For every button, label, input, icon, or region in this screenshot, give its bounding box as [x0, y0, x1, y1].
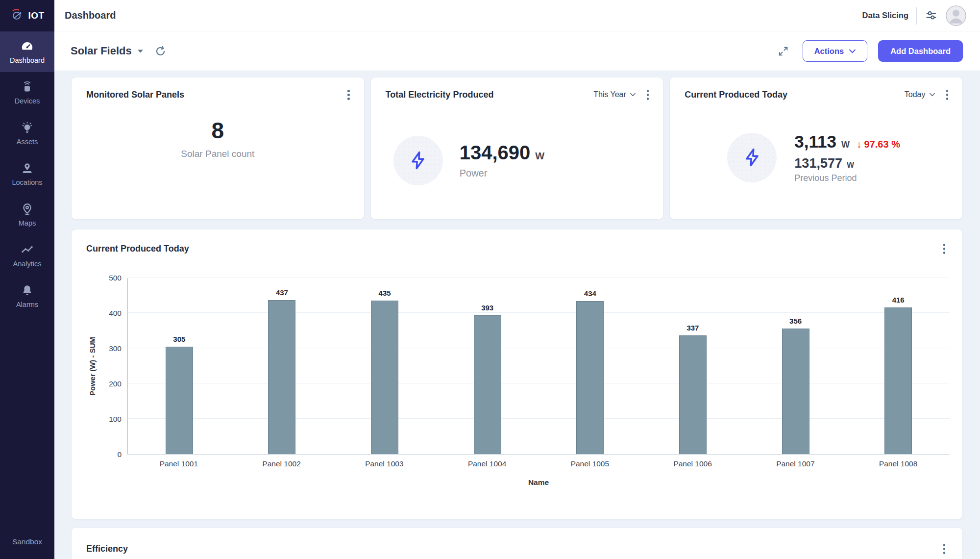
location-pin-icon: [21, 162, 34, 175]
bar-column: 437: [231, 278, 334, 454]
sidebar-item-analytics[interactable]: Analytics: [0, 235, 54, 276]
total-power-unit: W: [535, 151, 544, 162]
bar-column: 305: [128, 278, 231, 454]
card-title: Monitored Solar Panels: [86, 90, 184, 100]
bolt-icon: [727, 133, 777, 182]
sidebar-item-assets[interactable]: Assets: [0, 113, 54, 153]
bar-panel-1005[interactable]: [576, 301, 604, 454]
previous-power-value: 131,577: [794, 156, 842, 171]
sidebar-item-devices[interactable]: Devices: [0, 72, 54, 113]
card-bar-chart: Current Produced Today Power (W) - SUM 0…: [71, 229, 963, 520]
toolbar-right: Actions Add Dashboard: [777, 40, 963, 62]
x-tick-label: Panel 1006: [641, 459, 744, 468]
sidebar-item-alarms[interactable]: Alarms: [0, 276, 54, 316]
x-tick-label: Panel 1003: [333, 459, 436, 468]
bar-column: 356: [744, 278, 847, 454]
card-title: Efficiency: [86, 544, 128, 554]
bar-value-label: 416: [892, 296, 905, 304]
sidebar-nav: DashboardDevicesAssetsLocationsMapsAnaly…: [0, 31, 54, 316]
bar-column: 393: [436, 278, 539, 454]
kebab-menu-icon[interactable]: [941, 242, 948, 255]
total-power-label: Power: [460, 168, 544, 179]
sidebar-item-label: Dashboard: [10, 56, 45, 64]
map-pin-icon: [21, 203, 34, 216]
y-axis-title: Power (W) - SUM: [83, 278, 101, 455]
kebab-menu-icon[interactable]: [941, 542, 948, 556]
total-power-block: 134,690 W Power: [371, 136, 663, 185]
sidebar-spacer: [0, 316, 54, 537]
y-tick-label: 0: [117, 450, 122, 459]
app-root: IOT DashboardDevicesAssetsLocationsMapsA…: [0, 0, 980, 559]
kebab-menu-icon[interactable]: [345, 88, 352, 102]
sidebar-item-label: Locations: [12, 178, 42, 186]
bar-columns: 305437435393434337356416: [128, 278, 950, 454]
x-tick-label: Panel 1004: [436, 459, 539, 468]
bar-chart: Power (W) - SUM 0100200300400500 3054374…: [83, 278, 950, 487]
bar-panel-1004[interactable]: [474, 315, 501, 454]
gauge-icon: [21, 40, 34, 53]
chevron-down-icon: [930, 93, 935, 97]
panel-count-block: 8 Solar Panel count: [72, 117, 364, 159]
timeframe-selector[interactable]: Today: [905, 90, 935, 99]
data-slicing-link[interactable]: Data Slicing: [862, 11, 908, 20]
sidebar-footer-label: Sandbox: [12, 537, 42, 546]
bar-panel-1007[interactable]: [782, 329, 809, 454]
sidebar-item-dashboard[interactable]: Dashboard: [0, 31, 54, 72]
arrow-down-icon: ↓: [857, 139, 861, 150]
refresh-icon[interactable]: [154, 45, 167, 57]
bar-column: 337: [641, 278, 744, 454]
main-area: Dashboard Data Slicing: [54, 0, 980, 559]
bar-panel-1008[interactable]: [884, 307, 912, 454]
sidebar-item-locations[interactable]: Locations: [0, 153, 54, 194]
x-axis-title: Name: [127, 468, 950, 487]
y-tick-label: 300: [109, 344, 122, 353]
panel-count-label: Solar Panel count: [72, 149, 364, 159]
x-tick-label: Panel 1001: [127, 459, 230, 468]
stat-card-row: Monitored Solar Panels 8 Solar Panel cou…: [71, 77, 963, 220]
kebab-menu-icon[interactable]: [944, 88, 951, 102]
dashboard-selector[interactable]: Solar Fields: [71, 45, 144, 57]
logo-text: IOT: [28, 10, 44, 21]
sidebar-item-sandbox[interactable]: Sandbox: [0, 537, 54, 559]
card-efficiency: Efficiency: [71, 527, 963, 559]
sidebar-item-label: Alarms: [16, 301, 38, 308]
chevron-down-icon: [137, 49, 144, 53]
dashboard-content: Monitored Solar Panels 8 Solar Panel cou…: [54, 71, 980, 559]
page-title: Dashboard: [65, 10, 116, 21]
sidebar: IOT DashboardDevicesAssetsLocationsMapsA…: [0, 0, 54, 559]
avatar[interactable]: [946, 5, 966, 26]
card-title: Current Produced Today: [685, 90, 787, 100]
bar-value-label: 437: [276, 288, 288, 297]
card-current-today: Current Produced Today Today: [669, 77, 963, 220]
kebab-menu-icon[interactable]: [644, 88, 652, 102]
bolt-icon: [393, 136, 443, 185]
topbar: Dashboard Data Slicing: [54, 0, 980, 31]
bar-panel-1001[interactable]: [166, 347, 193, 454]
bar-panel-1003[interactable]: [371, 301, 398, 454]
bar-panel-1002[interactable]: [268, 300, 295, 454]
actions-button[interactable]: Actions: [803, 40, 868, 62]
panel-count-value: 8: [72, 117, 364, 144]
sidebar-item-maps[interactable]: Maps: [0, 194, 54, 235]
expand-icon[interactable]: [777, 45, 789, 57]
chart-plot-area: 305437435393434337356416: [127, 278, 950, 455]
dashboard-name: Solar Fields: [71, 45, 132, 57]
timeframe-selector[interactable]: This Year: [593, 90, 636, 99]
bar-panel-1006[interactable]: [679, 335, 707, 454]
timeframe-label: This Year: [593, 90, 626, 99]
app-logo[interactable]: IOT: [0, 0, 54, 31]
sidebar-item-label: Devices: [15, 97, 40, 105]
delta-value: 97.63 %: [864, 139, 900, 150]
chevron-down-icon: [630, 93, 636, 97]
card-title: Total Electricity Produced: [386, 90, 494, 100]
divider: [916, 7, 917, 25]
x-tick-label: Panel 1005: [539, 459, 641, 468]
x-axis-ticks: Panel 1001Panel 1002Panel 1003Panel 1004…: [127, 455, 950, 468]
sliders-icon[interactable]: [925, 9, 938, 22]
bar-value-label: 393: [481, 304, 493, 312]
today-power-value: 3,113: [794, 132, 836, 152]
card-monitored-panels: Monitored Solar Panels 8 Solar Panel cou…: [71, 77, 365, 220]
add-dashboard-button[interactable]: Add Dashboard: [878, 40, 963, 62]
previous-period-label: Previous Period: [794, 173, 900, 183]
timeframe-label: Today: [905, 90, 926, 99]
